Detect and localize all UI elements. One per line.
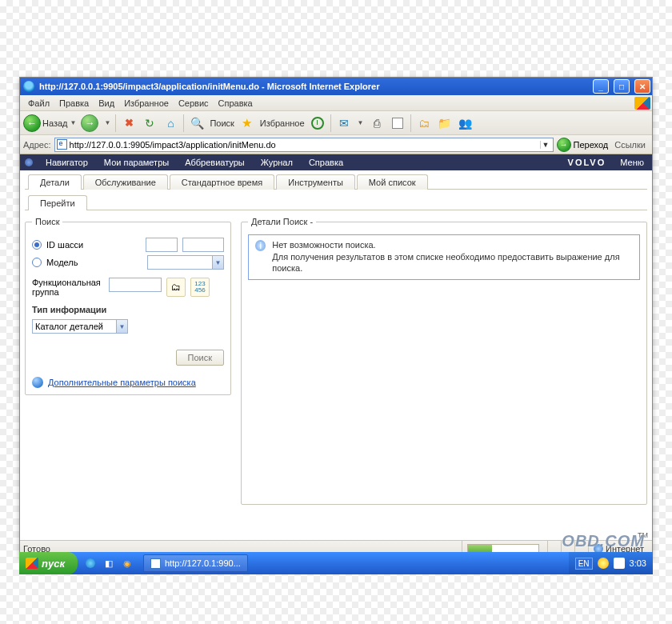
tree-icon: 🗂: [171, 282, 181, 293]
address-input[interactable]: http://127.0.0.1:9905/impact3/applicatio…: [54, 138, 554, 152]
radio-chassis[interactable]: [32, 240, 42, 250]
stop-button[interactable]: ✖: [121, 115, 137, 131]
menu-tools[interactable]: Сервис: [175, 97, 212, 110]
msg-title: Нет возможности поиска.: [272, 240, 633, 250]
chevron-down-icon[interactable]: ▼: [104, 119, 110, 126]
tab-std-time[interactable]: Стандартное время: [170, 174, 274, 190]
app-navbar: Навигатор Мои параметры Аббревиатуры Жур…: [20, 154, 652, 170]
menu-favorites[interactable]: Избранное: [121, 97, 172, 110]
separator: [410, 114, 411, 132]
info-icon: [32, 377, 43, 388]
menu-edit[interactable]: Правка: [56, 97, 92, 110]
print-icon: ⎙: [374, 117, 380, 130]
address-url: http://127.0.0.1:9905/impact3/applicatio…: [70, 140, 538, 150]
nav-journal[interactable]: Журнал: [253, 158, 301, 167]
ie-menubar: Файл Правка Вид Избранное Сервис Справка: [20, 95, 652, 111]
back-button[interactable]: ← Назад ▼: [23, 114, 76, 132]
ql-ie-button[interactable]: [82, 555, 98, 571]
nav-abbrev[interactable]: Аббревиатуры: [177, 158, 253, 167]
quick-launch: ◧ ◉: [78, 555, 140, 571]
search-panel: Поиск ID шасси Модель ▼: [25, 217, 231, 395]
messenger-button[interactable]: 👥: [458, 115, 474, 131]
folder-icon: 🗂: [418, 117, 430, 130]
windows-logo-icon: [26, 558, 38, 569]
clock-icon: [311, 117, 324, 130]
history-button[interactable]: [310, 115, 326, 131]
menu-help[interactable]: Справка: [215, 97, 256, 110]
edit-icon: [392, 118, 403, 129]
nav-help[interactable]: Справка: [301, 158, 351, 167]
nav-my-params[interactable]: Мои параметры: [96, 158, 177, 167]
subtab-go[interactable]: Перейти: [28, 195, 87, 210]
watermark: OBD.COM: [562, 532, 645, 550]
taskbar-ie-window[interactable]: http://127.0.1:990...: [143, 554, 248, 572]
search-button[interactable]: 🔍: [189, 115, 205, 131]
nav-menu[interactable]: Меню: [612, 158, 652, 167]
desktop-icon: ◧: [105, 558, 113, 569]
tab-my-list[interactable]: Мой список: [357, 174, 428, 190]
main-tabs: Детали Обслуживание Стандартное время Ин…: [25, 174, 647, 190]
back-arrow-icon: ←: [23, 114, 41, 132]
links-label[interactable]: Ссылки: [614, 140, 646, 150]
ql-player-button[interactable]: ◉: [119, 555, 135, 571]
model-select[interactable]: ▼: [147, 255, 224, 270]
advanced-search-link[interactable]: Дополнительные параметры поиска: [48, 378, 196, 387]
info-type-label: Тип информации: [32, 305, 224, 314]
tray-icon[interactable]: [598, 558, 609, 569]
content-area: Детали Обслуживание Стандартное время Ин…: [20, 170, 652, 540]
search-legend: Поиск: [32, 217, 62, 226]
msg-body: Для получения результатов в этом списке …: [272, 251, 633, 274]
start-button[interactable]: пуск: [19, 552, 78, 574]
chassis-input-2[interactable]: [182, 238, 224, 252]
menu-view[interactable]: Вид: [95, 97, 118, 110]
no-search-message: i Нет возможности поиска. Для получения …: [248, 234, 640, 280]
ie-icon: [86, 558, 95, 568]
tab-service[interactable]: Обслуживание: [83, 174, 168, 190]
nav-navigator[interactable]: Навигатор: [38, 158, 96, 167]
radio-model[interactable]: [32, 258, 42, 267]
favorites-button[interactable]: ★: [239, 115, 255, 131]
ie-toolbar: ← Назад ▼ → ▼ ✖ ↻ ⌂ 🔍 Поиск ★ Избранное …: [20, 111, 652, 135]
discuss-button[interactable]: 🗂: [416, 115, 432, 131]
chevron-down-icon[interactable]: ▼: [358, 119, 364, 126]
info-icon: i: [255, 240, 266, 251]
address-dropdown-button[interactable]: ▼: [540, 141, 551, 149]
ql-desktop-button[interactable]: ◧: [101, 555, 117, 571]
chevron-down-icon: ▼: [212, 256, 223, 269]
windows-taskbar: пуск ◧ ◉ http://127.0.1:990... EN 3:03: [19, 552, 653, 574]
search-icon: 🔍: [190, 117, 204, 130]
home-button[interactable]: ⌂: [162, 115, 178, 131]
func-group-input[interactable]: [109, 278, 162, 292]
search-button[interactable]: Поиск: [176, 350, 224, 366]
tab-tools[interactable]: Инструменты: [276, 174, 355, 190]
window-minimize-button[interactable]: _: [593, 79, 609, 94]
window-title: http://127.0.0.1:9905/impact3/applicatio…: [39, 82, 588, 91]
folders-button[interactable]: 📁: [437, 115, 453, 131]
window-maximize-button[interactable]: □: [614, 79, 630, 94]
language-indicator[interactable]: EN: [575, 558, 593, 570]
separator: [115, 114, 116, 132]
info-type-select[interactable]: Каталог деталей ▼: [32, 319, 128, 334]
system-tray: EN 3:03: [569, 552, 653, 574]
chassis-input-1[interactable]: [146, 238, 178, 252]
address-label: Адрес:: [23, 140, 51, 150]
windows-flag-icon: [634, 97, 650, 110]
refresh-button[interactable]: ↻: [142, 115, 158, 131]
media-icon: ◉: [123, 558, 131, 569]
refresh-icon: ↻: [145, 117, 154, 130]
radio-chassis-label: ID шасси: [46, 240, 83, 250]
print-button[interactable]: ⎙: [369, 115, 385, 131]
ie-icon: [23, 81, 34, 92]
tray-icon[interactable]: [614, 558, 625, 569]
go-arrow-icon: →: [557, 138, 571, 152]
func-group-tree-button[interactable]: 🗂: [166, 278, 186, 297]
edit-button[interactable]: [390, 115, 406, 131]
menu-file[interactable]: Файл: [25, 97, 53, 110]
forward-button[interactable]: →: [81, 114, 98, 132]
tab-details[interactable]: Детали: [28, 174, 82, 190]
go-button[interactable]: → Переход: [557, 138, 609, 152]
page-icon: [57, 139, 67, 150]
window-close-button[interactable]: ✕: [634, 79, 650, 94]
func-group-numpad-button[interactable]: 123456: [190, 278, 210, 297]
mail-button[interactable]: ✉: [336, 115, 352, 131]
